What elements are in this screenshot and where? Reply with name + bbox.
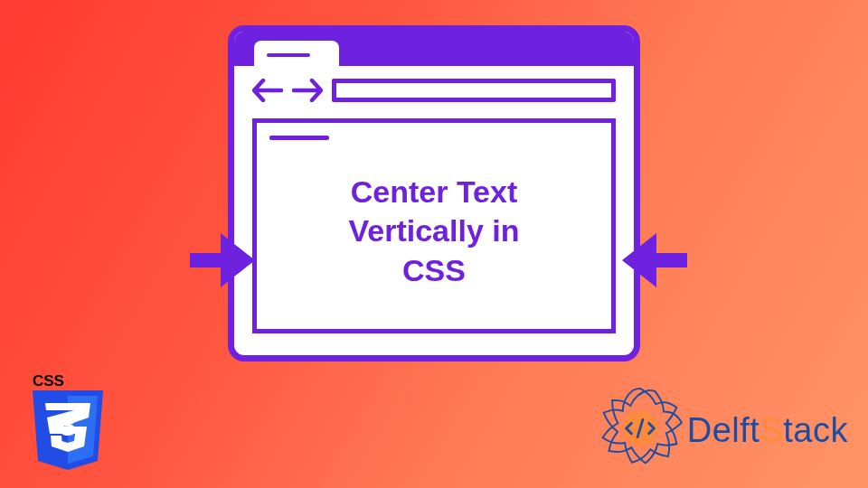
delftstack-wordmark: DelftStack xyxy=(687,411,848,450)
browser-frame: Center Text Vertically in CSS xyxy=(228,25,640,361)
browser-tab-bar xyxy=(234,32,634,66)
browser-url-bar xyxy=(332,79,616,102)
back-arrow-icon xyxy=(252,79,283,102)
css-badge-label: CSS xyxy=(33,372,64,389)
big-arrow-right-icon xyxy=(190,233,255,291)
delftstack-brand: DelftStack xyxy=(597,385,848,475)
css3-badge-icon: CSS 3 xyxy=(29,372,107,477)
svg-rect-0 xyxy=(190,253,224,267)
main-heading: Center Text Vertically in CSS xyxy=(326,173,542,291)
content-dash xyxy=(269,136,329,140)
forward-arrow-icon xyxy=(292,79,323,102)
brand-s: S xyxy=(760,411,783,449)
css-badge-glyph: 3 xyxy=(60,408,77,442)
big-arrow-left-icon xyxy=(622,233,687,291)
svg-rect-1 xyxy=(653,253,687,267)
browser-toolbar xyxy=(234,66,634,111)
delftstack-logo-icon xyxy=(597,385,684,475)
browser-viewport: Center Text Vertically in CSS xyxy=(234,111,634,355)
browser-illustration: Center Text Vertically in CSS xyxy=(228,25,640,361)
brand-suffix: tack xyxy=(783,411,848,449)
content-box: Center Text Vertically in CSS xyxy=(252,118,616,333)
browser-tab xyxy=(254,41,339,66)
brand-prefix: Delft xyxy=(687,411,760,449)
